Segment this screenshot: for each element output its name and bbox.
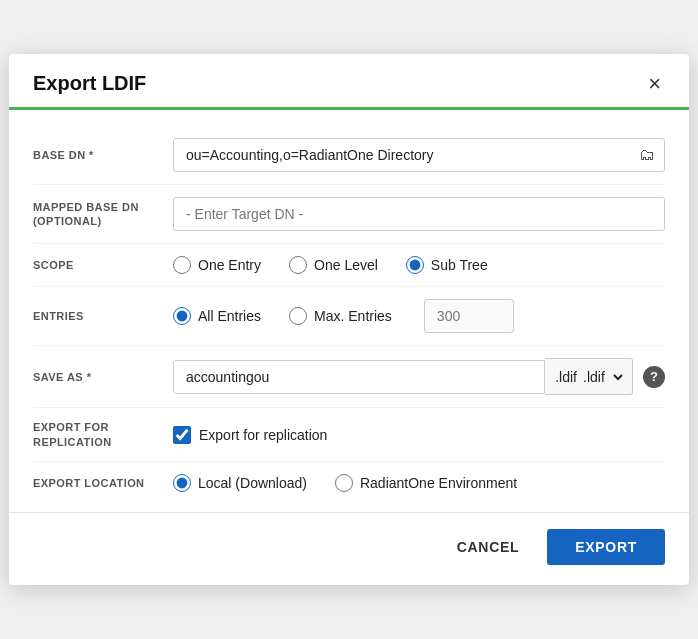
close-button[interactable]: × xyxy=(644,73,665,95)
export-location-label: EXPORT LOCATION xyxy=(33,476,173,490)
location-local-text: Local (Download) xyxy=(198,475,307,491)
entries-max-radio[interactable] xyxy=(289,307,307,325)
help-icon[interactable]: ? xyxy=(643,366,665,388)
cancel-button[interactable]: CANCEL xyxy=(437,529,540,565)
export-replication-label: EXPORT FOR REPLICATION xyxy=(33,420,173,449)
entries-control: All Entries Max. Entries xyxy=(173,299,665,333)
scope-one-level-radio[interactable] xyxy=(289,256,307,274)
entries-all-radio[interactable] xyxy=(173,307,191,325)
mapped-base-dn-label: MAPPED BASE DN (OPTIONAL) xyxy=(33,200,173,229)
export-replication-checkbox-label[interactable]: Export for replication xyxy=(173,426,665,444)
entries-all-text: All Entries xyxy=(198,308,261,324)
location-local-label[interactable]: Local (Download) xyxy=(173,474,307,492)
max-entries-input[interactable] xyxy=(424,299,514,333)
export-ldif-dialog: Export LDIF × BASE DN * 🗂 MAPPED BASE DN… xyxy=(9,54,689,585)
entries-max-label[interactable]: Max. Entries xyxy=(289,307,392,325)
dialog-header: Export LDIF × xyxy=(9,54,689,95)
base-dn-label: BASE DN * xyxy=(33,148,173,162)
scope-label: SCOPE xyxy=(33,258,173,272)
scope-one-entry-label[interactable]: One Entry xyxy=(173,256,261,274)
save-as-control: .ldif .ldif .txt .csv ? xyxy=(173,358,665,395)
location-local-radio[interactable] xyxy=(173,474,191,492)
scope-one-level-label[interactable]: One Level xyxy=(289,256,378,274)
location-radiantone-label[interactable]: RadiantOne Environment xyxy=(335,474,517,492)
scope-row: SCOPE One Entry One Level Sub Tree xyxy=(33,244,665,287)
base-dn-control: 🗂 xyxy=(173,138,665,172)
scope-radio-group: One Entry One Level Sub Tree xyxy=(173,256,665,274)
export-location-control: Local (Download) RadiantOne Environment xyxy=(173,474,665,492)
location-radiantone-text: RadiantOne Environment xyxy=(360,475,517,491)
dialog-title: Export LDIF xyxy=(33,72,146,95)
mapped-base-dn-input[interactable] xyxy=(173,197,665,231)
entries-radio-group: All Entries Max. Entries xyxy=(173,299,665,333)
export-replication-row: EXPORT FOR REPLICATION Export for replic… xyxy=(33,408,665,462)
base-dn-input[interactable] xyxy=(173,138,665,172)
scope-one-entry-text: One Entry xyxy=(198,257,261,273)
entries-all-label[interactable]: All Entries xyxy=(173,307,261,325)
export-button[interactable]: EXPORT xyxy=(547,529,665,565)
ext-label: .ldif xyxy=(555,369,577,385)
save-as-filename-input[interactable] xyxy=(173,360,545,394)
export-replication-checkbox[interactable] xyxy=(173,426,191,444)
scope-one-entry-radio[interactable] xyxy=(173,256,191,274)
save-as-ext-wrapper: .ldif .ldif .txt .csv xyxy=(545,358,633,395)
save-as-input-group: .ldif .ldif .txt .csv ? xyxy=(173,358,665,395)
dialog-body: BASE DN * 🗂 MAPPED BASE DN (OPTIONAL) SC… xyxy=(9,110,689,504)
scope-subtree-label[interactable]: Sub Tree xyxy=(406,256,488,274)
export-location-radio-group: Local (Download) RadiantOne Environment xyxy=(173,474,665,492)
folder-icon[interactable]: 🗂 xyxy=(639,146,655,164)
base-dn-input-wrapper: 🗂 xyxy=(173,138,665,172)
scope-subtree-radio[interactable] xyxy=(406,256,424,274)
dialog-footer: CANCEL EXPORT xyxy=(9,512,689,585)
save-as-row: SAVE AS * .ldif .ldif .txt .csv ? xyxy=(33,346,665,408)
save-as-label: SAVE AS * xyxy=(33,370,173,384)
entries-max-text: Max. Entries xyxy=(314,308,392,324)
export-replication-text: Export for replication xyxy=(199,427,327,443)
base-dn-row: BASE DN * 🗂 xyxy=(33,126,665,185)
scope-control: One Entry One Level Sub Tree xyxy=(173,256,665,274)
entries-label: ENTRIES xyxy=(33,309,173,323)
export-location-row: EXPORT LOCATION Local (Download) Radiant… xyxy=(33,462,665,504)
mapped-base-dn-row: MAPPED BASE DN (OPTIONAL) xyxy=(33,185,665,244)
entries-row: ENTRIES All Entries Max. Entries xyxy=(33,287,665,346)
location-radiantone-radio[interactable] xyxy=(335,474,353,492)
save-as-ext-select[interactable]: .ldif .txt .csv xyxy=(577,368,626,386)
scope-one-level-text: One Level xyxy=(314,257,378,273)
mapped-base-dn-control xyxy=(173,197,665,231)
export-replication-control: Export for replication xyxy=(173,426,665,444)
scope-subtree-text: Sub Tree xyxy=(431,257,488,273)
